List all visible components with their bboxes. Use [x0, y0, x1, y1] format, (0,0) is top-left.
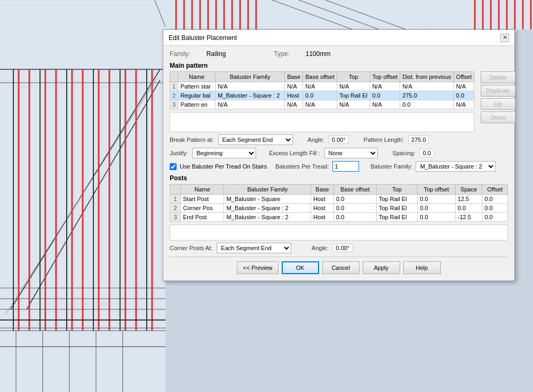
main-row-name[interactable]: Pattern star: [178, 82, 216, 91]
post-row-base-offset[interactable]: 0.0: [333, 195, 376, 204]
cancel-button[interactable]: Cancel: [322, 261, 360, 274]
main-row-base[interactable]: Host: [285, 91, 303, 100]
ok-button[interactable]: OK: [282, 261, 319, 274]
break-pattern-select[interactable]: Each Segment EndNeverEach Segment Start: [218, 134, 293, 145]
use-baluster-checkbox[interactable]: [170, 163, 177, 170]
post-row-num: 3: [170, 213, 181, 222]
post-row-base[interactable]: Host: [311, 204, 334, 213]
post-row-top-offset[interactable]: 0.0: [418, 204, 456, 213]
excess-length-label: Excess Length Fill :: [269, 150, 320, 156]
dialog-body: Family: Railing Type: 1100mm Main patter…: [163, 46, 514, 281]
post-row-base[interactable]: Host: [311, 195, 334, 204]
delete-button[interactable]: Delete: [481, 71, 515, 83]
break-pattern-row: Break Pattern at: Each Segment EndNeverE…: [170, 134, 508, 145]
main-row-offset[interactable]: 0.0: [454, 91, 474, 100]
post-row-top[interactable]: Top Rail El: [376, 213, 417, 222]
family-type-row: Family: Railing Type: 1100mm: [170, 50, 508, 58]
dialog-title: Edit Baluster Placement: [169, 34, 237, 42]
main-row-base[interactable]: N/A: [285, 100, 303, 109]
main-pattern-label: Main pattern: [170, 62, 508, 69]
main-row-dist-from-prev[interactable]: 275.0: [400, 91, 454, 100]
main-row-base-offset[interactable]: N/A: [303, 100, 337, 109]
corner-posts-select[interactable]: Each Segment EndNeverEach Segment Start: [217, 243, 291, 253]
main-row-offset[interactable]: N/A: [454, 100, 474, 109]
corner-posts-label: Corner Posts At:: [170, 245, 212, 251]
post-row-offset[interactable]: 0.0: [482, 195, 508, 204]
down-button[interactable]: Down: [481, 111, 515, 123]
background-drawing-top: [165, 0, 533, 29]
post-row-num: 2: [170, 204, 181, 213]
main-row-top-offset[interactable]: N/A: [370, 100, 400, 109]
family-value: Railing: [206, 50, 226, 58]
main-row-top-offset[interactable]: 0.0: [370, 91, 400, 100]
family-label: Family:: [170, 50, 190, 58]
corner-posts-row: Corner Posts At: Each Segment EndNeverEa…: [170, 243, 508, 253]
posts-col-top: Top: [376, 185, 417, 195]
main-row-base-offset[interactable]: N/A: [303, 82, 337, 91]
post-row-top-offset[interactable]: 0.0: [418, 195, 456, 204]
post-row-space[interactable]: 0.0: [455, 204, 482, 213]
preview-button[interactable]: << Preview: [237, 261, 278, 274]
main-row-top[interactable]: N/A: [337, 82, 370, 91]
main-row-base-offset[interactable]: 0.0: [303, 91, 337, 100]
type-label: Type:: [274, 50, 289, 58]
post-row-name[interactable]: Corner Pos: [181, 204, 224, 213]
corner-angle-label: Angle:: [312, 245, 328, 251]
main-row-name[interactable]: Pattern en: [178, 100, 216, 109]
post-row-offset[interactable]: 0.0: [482, 204, 508, 213]
posts-col-num: [170, 185, 181, 195]
main-row-name[interactable]: Regular bal: [178, 91, 216, 100]
main-row-dist-from-prev[interactable]: 0.0: [400, 100, 454, 109]
post-row-base-offset[interactable]: 0.0: [333, 213, 376, 222]
main-row-top-offset[interactable]: N/A: [370, 82, 400, 91]
dialog-edit-baluster: Edit Baluster Placement ✕ Family: Railin…: [163, 29, 515, 281]
col-header-baluster-family: Baluster Family: [216, 72, 285, 82]
col-header-top: Top: [337, 72, 370, 82]
svg-rect-37: [165, 0, 533, 29]
col-header-top-offset: Top offset: [370, 72, 400, 82]
close-button[interactable]: ✕: [500, 34, 509, 42]
excess-length-select[interactable]: NoneFill with Balusters: [324, 148, 378, 158]
post-row-space[interactable]: -12.5: [455, 213, 482, 222]
spacing-value: 0.0: [419, 149, 434, 157]
post-row-baluster-family[interactable]: M_Baluster - Square: [224, 195, 311, 204]
post-row-name[interactable]: End Post: [181, 213, 224, 222]
main-pattern-table-container: Name Baluster Family Base Base offset To…: [170, 71, 474, 132]
main-pattern-side-buttons: Delete Duplicate Up Down: [481, 71, 515, 123]
post-row-base[interactable]: Host: [311, 213, 334, 222]
main-row-baluster-family[interactable]: M_Baluster - Square : 2: [216, 91, 285, 100]
help-button[interactable]: Help: [403, 261, 441, 274]
post-row-top-offset[interactable]: 0.0: [418, 213, 456, 222]
post-row-baluster-family[interactable]: M_Baluster - Square : 2: [224, 204, 311, 213]
main-row-dist-from-prev[interactable]: N/A: [400, 82, 454, 91]
main-row-offset[interactable]: N/A: [454, 82, 474, 91]
post-row-space[interactable]: 12.5: [455, 195, 482, 204]
post-row-offset[interactable]: 0.0: [482, 213, 508, 222]
justify-select[interactable]: BeginningCenterEndSpread Pattern: [192, 148, 256, 158]
post-row-name[interactable]: Start Post: [181, 195, 224, 204]
col-header-num: [170, 72, 178, 82]
post-row-baluster-family[interactable]: M_Baluster - Square : 2: [224, 213, 311, 222]
main-row-top[interactable]: N/A: [337, 100, 370, 109]
pattern-length-label: Pattern Length:: [364, 137, 404, 143]
balusters-per-tread-label: Balusters Per Tread:: [275, 163, 329, 170]
duplicate-button[interactable]: Duplicate: [481, 85, 515, 97]
baluster-family-select[interactable]: M_Baluster - Square : 2: [416, 161, 496, 172]
main-row-base[interactable]: N/A: [285, 82, 303, 91]
main-row-top[interactable]: Top Rail El: [337, 91, 370, 100]
post-row-top[interactable]: Top Rail El: [376, 204, 417, 213]
post-row-base-offset[interactable]: 0.0: [333, 204, 376, 213]
break-pattern-label: Break Pattern at:: [170, 137, 214, 143]
main-row-baluster-family[interactable]: N/A: [216, 82, 285, 91]
post-row-top[interactable]: Top Rail El: [376, 195, 417, 204]
balusters-per-tread-input[interactable]: [332, 161, 359, 172]
main-row-num: 3: [170, 100, 178, 109]
apply-button[interactable]: Apply: [363, 261, 400, 274]
up-button[interactable]: Up: [481, 98, 515, 110]
posts-col-top-offset: Top offset: [418, 185, 456, 195]
corner-angle-value: 0.00°: [332, 244, 353, 252]
col-header-offset: Offset: [454, 72, 474, 82]
posts-table: Name Baluster Family Base Base offset To…: [170, 184, 508, 222]
posts-label: Posts: [170, 174, 508, 182]
main-row-baluster-family[interactable]: N/A: [216, 100, 285, 109]
